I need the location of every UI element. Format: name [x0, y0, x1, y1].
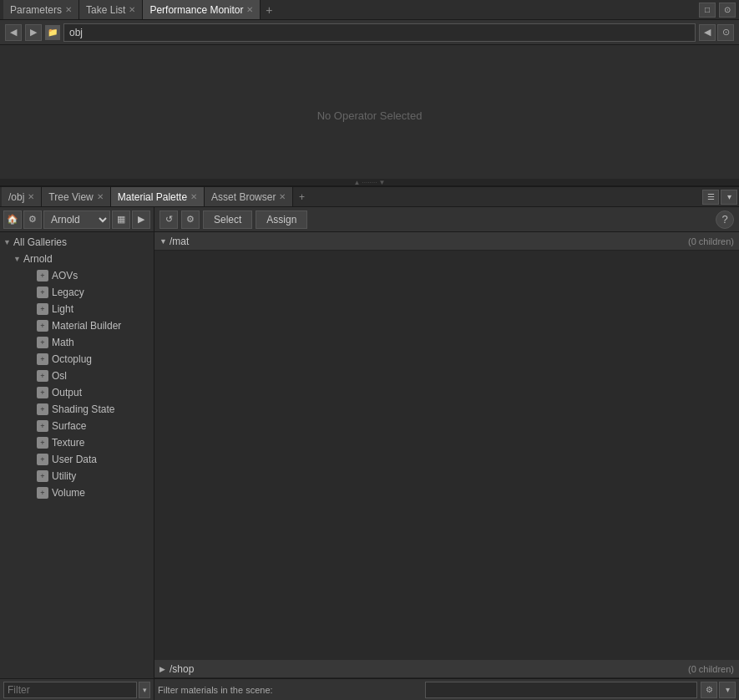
second-tab-menu-btn[interactable]: ☰ [702, 190, 719, 205]
math-icon: + [37, 337, 48, 348]
tab-take-list[interactable]: Take List ✕ [79, 0, 143, 19]
second-tab-controls: ☰ ▾ [702, 190, 737, 205]
material-filter-settings-icon[interactable]: ⚙ [701, 682, 717, 698]
gallery-select[interactable]: Arnold [43, 211, 110, 229]
address-bar: ◀ ▶ 📁 ◀ ⊙ [0, 20, 739, 45]
minimize-button[interactable]: □ [699, 3, 716, 18]
assign-button[interactable]: Assign [256, 211, 307, 229]
second-tab-arrow-btn[interactable]: ▾ [721, 190, 737, 205]
expand-arnold-icon: ▼ [13, 255, 23, 263]
address-input[interactable] [63, 23, 696, 42]
sidebar-item-light[interactable]: + Light [0, 301, 154, 317]
sidebar-move-btn[interactable]: ▦ [112, 211, 130, 229]
mat-group-mat-count: (0 children) [688, 236, 734, 246]
stab-obj[interactable]: /obj ✕ [2, 187, 42, 206]
expand-aovs-icon [27, 271, 37, 280]
sidebar-filter-input[interactable] [3, 682, 137, 698]
sidebar-filter-arrow[interactable]: ▾ [139, 682, 150, 698]
stab-material-palette[interactable]: Material Palette ✕ [111, 187, 205, 206]
sidebar-item-texture[interactable]: + Texture [0, 434, 154, 451]
expand-legacy-icon [27, 288, 37, 297]
tab-performance-monitor[interactable]: Performance Monitor ✕ [143, 0, 261, 19]
sidebar-settings-btn[interactable]: ⚙ [23, 211, 42, 229]
sidebar-item-user-data-label: User Data [52, 454, 97, 465]
stab-obj-label: /obj [8, 191, 24, 203]
address-back-btn[interactable]: ◀ [699, 24, 716, 41]
tab-take-list-label: Take List [86, 4, 125, 16]
stab-add-button[interactable]: + [293, 191, 310, 203]
address-right-controls: ◀ ⊙ [699, 24, 734, 41]
sidebar-item-output-label: Output [52, 387, 82, 398]
sidebar-item-octoplug[interactable]: + Octoplug [0, 351, 154, 368]
surface-icon: + [37, 420, 48, 432]
expand-user-data-icon [27, 455, 37, 464]
stab-tree-view-label: Tree View [48, 191, 93, 203]
sidebar-item-shading-state-label: Shading State [52, 403, 114, 415]
mat-content-area [154, 251, 739, 660]
stab-obj-close[interactable]: ✕ [28, 192, 34, 201]
mat-group-shop[interactable]: ▶ /shop (0 children) [154, 660, 739, 678]
tab-performance-monitor-label: Performance Monitor [149, 4, 243, 16]
help-button[interactable]: ? [716, 211, 734, 229]
sidebar-item-osl[interactable]: + Osl [0, 368, 154, 384]
mat-group-mat[interactable]: ▼ /mat (0 children) [154, 232, 739, 251]
back-button[interactable]: ◀ [5, 24, 22, 41]
window-controls: □ ⊙ [699, 3, 736, 18]
close-button[interactable]: ⊙ [719, 3, 736, 18]
sidebar-filter-bar: ▾ [0, 678, 154, 700]
sidebar-arrow-btn[interactable]: ▶ [132, 211, 150, 229]
forward-button[interactable]: ▶ [25, 24, 42, 41]
sidebar-item-all-galleries-label: All Galleries [13, 236, 67, 248]
sidebar-item-utility[interactable]: + Utility [0, 468, 154, 484]
stab-asset-browser[interactable]: Asset Browser ✕ [205, 187, 293, 206]
sidebar-item-surface-label: Surface [52, 420, 86, 432]
no-operator-message: No Operator Selected [317, 109, 423, 122]
sidebar-item-output[interactable]: + Output [0, 384, 154, 401]
sidebar-item-legacy[interactable]: + Legacy [0, 284, 154, 301]
material-filter-arrow-icon[interactable]: ▾ [719, 682, 736, 698]
stab-material-palette-close[interactable]: ✕ [190, 192, 197, 201]
sidebar-item-math[interactable]: + Math [0, 334, 154, 351]
osl-icon: + [37, 370, 48, 382]
sidebar-item-osl-label: Osl [52, 370, 67, 382]
address-circle-btn[interactable]: ⊙ [717, 24, 734, 41]
sidebar-item-texture-label: Texture [52, 437, 84, 449]
stab-asset-browser-close[interactable]: ✕ [279, 192, 286, 201]
tab-take-list-close[interactable]: ✕ [129, 5, 135, 14]
filter-scene-label: Filter materials in the scene: [158, 685, 422, 695]
sidebar-item-aovs[interactable]: + AOVs [0, 267, 154, 284]
sidebar-item-all-galleries[interactable]: ▼ All Galleries [0, 234, 154, 251]
tab-parameters-close[interactable]: ✕ [65, 5, 72, 14]
expand-all-galleries-icon: ▼ [3, 238, 13, 246]
sidebar-item-shading-state[interactable]: + Shading State [0, 401, 154, 418]
collapse-handle[interactable]: ▲ ········ ▼ [0, 179, 739, 185]
sidebar-item-user-data[interactable]: + User Data [0, 451, 154, 468]
material-filter-input[interactable] [425, 682, 697, 698]
stab-tree-view[interactable]: Tree View ✕ [42, 187, 110, 206]
select-button[interactable]: Select [203, 211, 252, 229]
expand-light-icon [27, 305, 37, 313]
expand-volume-icon [27, 489, 37, 497]
mat-group-mat-arrow-icon: ▼ [159, 237, 170, 246]
add-tab-button[interactable]: + [261, 2, 277, 18]
material-filter-bar: Filter materials in the scene: ⚙ ▾ [154, 678, 739, 700]
material-settings-btn[interactable]: ⚙ [181, 211, 200, 229]
mat-group-mat-label: /mat [170, 236, 688, 247]
refresh-button[interactable]: ↺ [159, 211, 178, 229]
aovs-icon: + [37, 270, 48, 282]
sidebar-home-btn[interactable]: 🏠 [3, 211, 22, 229]
sidebar-item-surface[interactable]: + Surface [0, 418, 154, 434]
expand-octoplug-icon [27, 355, 37, 363]
user-data-icon: + [37, 454, 48, 465]
output-icon: + [37, 387, 48, 398]
sidebar-item-volume[interactable]: + Volume [0, 484, 154, 501]
stab-material-palette-label: Material Palette [118, 191, 187, 203]
shading-state-icon: + [37, 403, 48, 415]
tab-performance-monitor-close[interactable]: ✕ [246, 5, 253, 14]
sidebar-item-arnold[interactable]: ▼ Arnold [0, 251, 154, 267]
sidebar-item-utility-label: Utility [52, 470, 76, 482]
stab-tree-view-close[interactable]: ✕ [97, 192, 104, 201]
expand-utility-icon [27, 472, 37, 480]
sidebar-item-material-builder[interactable]: + Material Builder [0, 317, 154, 334]
tab-parameters[interactable]: Parameters ✕ [3, 0, 79, 19]
